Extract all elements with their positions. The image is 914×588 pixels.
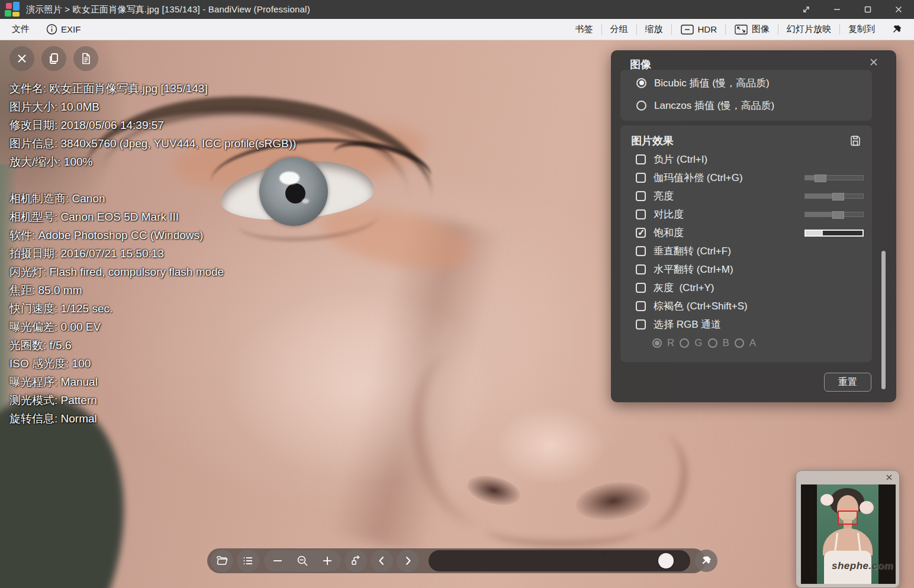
checkbox-saturation[interactable]: ✓ 饱和度	[620, 224, 872, 242]
exif-zoom-level: 放大/缩小: 100%	[9, 153, 296, 171]
menu-bookmark[interactable]: 书签	[567, 19, 601, 40]
pin-menubar-button[interactable]	[883, 19, 910, 40]
pin-toolbar-button[interactable]	[695, 550, 717, 572]
exif-overlay: 文件名: 欧女正面肖像写真.jpg [135/143] 图片大小: 10.0MB…	[9, 46, 296, 428]
checkbox-rgb-channel-label: 选择 RGB 通道	[654, 318, 864, 331]
close-icon	[869, 57, 878, 67]
close-window-button[interactable]	[883, 0, 914, 19]
effects-section: 图片效果 ✓ 负片 (Ctrl+I) ✓ 伽玛值补偿 (Ctrl+G) ✓ 亮度	[620, 125, 872, 362]
checkbox-flip-vertical-label: 垂直翻转 (Ctrl+F)	[654, 244, 864, 258]
menu-copy-to[interactable]: 复制到	[840, 19, 883, 40]
menu-file[interactable]: 文件	[4, 19, 38, 40]
maximize-icon	[863, 5, 873, 14]
checkbox-rgb-channel[interactable]: ✓ 选择 RGB 通道	[620, 315, 872, 334]
menu-copy-to-label: 复制到	[848, 24, 875, 35]
menu-slideshow[interactable]: 幻灯片放映	[778, 19, 839, 40]
checkbox-grayscale[interactable]: ✓ 灰度 (Ctrl+Y)	[620, 279, 872, 297]
panel-close-button[interactable]	[867, 55, 881, 69]
exif-details-button[interactable]	[73, 46, 98, 71]
zoom-tool-button[interactable]	[295, 553, 310, 568]
checkbox-gamma-label: 伽玛值补偿 (Ctrl+G)	[654, 171, 804, 185]
navigator-panel: shephe.com	[796, 470, 900, 588]
rotate-button[interactable]	[345, 550, 367, 572]
zoom-out-button[interactable]	[270, 553, 285, 568]
close-icon	[894, 5, 903, 14]
checkbox-sepia-label: 棕褐色 (Ctrl+Shift+S)	[654, 299, 864, 313]
menu-exif[interactable]: EXIF	[38, 19, 89, 40]
menu-hdr[interactable]: HDR	[672, 19, 726, 40]
reset-button[interactable]: 重置	[824, 373, 871, 392]
checkbox-icon: ✓	[636, 154, 646, 164]
channel-radio-g	[680, 338, 689, 348]
folder-icon	[215, 554, 228, 567]
checkbox-contrast[interactable]: ✓ 对比度	[620, 205, 872, 224]
photo-nose-highlight	[497, 407, 604, 484]
checkbox-sepia[interactable]: ✓ 棕褐色 (Ctrl+Shift+S)	[620, 297, 872, 315]
rgb-channel-selector: R G B A	[620, 334, 872, 352]
menu-zoom[interactable]: 缩放	[637, 19, 671, 40]
app-logo-icon	[5, 2, 20, 17]
checkbox-negative[interactable]: ✓ 负片 (Ctrl+I)	[620, 150, 872, 169]
checkbox-brightness-label: 亮度	[654, 189, 804, 203]
window-title: 演示照片 > 欧女正面肖像写真.jpg [135/143] - BandiVie…	[26, 4, 310, 15]
expand-icon	[802, 5, 811, 14]
menu-group-label: 分组	[610, 24, 628, 35]
next-image-button[interactable]	[397, 550, 419, 572]
save-preset-button[interactable]	[849, 135, 861, 147]
navigator-thumbnail[interactable]: shephe.com	[801, 484, 896, 584]
previous-image-button[interactable]	[371, 550, 393, 572]
checkbox-icon: ✓	[636, 191, 646, 201]
exif-close-button[interactable]	[9, 46, 34, 71]
close-icon	[886, 474, 893, 481]
image-settings-panel: 图像 Bicubic 插值 (慢，高品质) Lanczos 插值 (慢，高品质)…	[611, 50, 896, 402]
navigator-viewport-rect[interactable]	[838, 511, 858, 525]
contrast-slider[interactable]	[804, 212, 864, 217]
fullscreen-button[interactable]	[791, 0, 822, 19]
rotate-icon	[349, 554, 362, 567]
open-folder-button[interactable]	[211, 550, 233, 572]
radio-bicubic[interactable]: Bicubic 插值 (慢，高品质)	[620, 72, 872, 94]
menu-hdr-label: HDR	[698, 24, 717, 34]
panel-scrollbar[interactable]	[881, 251, 886, 389]
plus-icon	[321, 555, 333, 567]
menu-group[interactable]: 分组	[602, 19, 636, 40]
hdr-icon	[680, 24, 694, 35]
exif-shutter-speed: 快门速度: 1/125 sec.	[9, 299, 296, 318]
minimize-icon	[832, 5, 842, 14]
saturation-slider[interactable]	[804, 230, 864, 237]
magnifier-minus-icon	[296, 554, 309, 567]
checkbox-flip-horizontal-label: 水平翻转 (Ctrl+M)	[654, 263, 864, 276]
exif-filename: 文件名: 欧女正面肖像写真.jpg [135/143]	[9, 79, 296, 98]
channel-radio-r	[652, 338, 662, 348]
maximize-button[interactable]	[852, 0, 883, 19]
exif-focal-length: 焦距: 85.0 mm	[9, 281, 296, 299]
exif-modified-date: 修改日期: 2018/05/06 14:39:57	[9, 116, 296, 134]
slider-thumb[interactable]	[658, 553, 674, 568]
checkbox-flip-horizontal[interactable]: ✓ 水平翻转 (Ctrl+M)	[620, 260, 872, 279]
checkbox-icon: ✓	[636, 283, 646, 293]
exif-image-info: 图片信息: 3840x5760 (Jpeg, YUV444, ICC profi…	[9, 134, 296, 153]
exif-copy-button[interactable]	[41, 46, 66, 71]
radio-lanczos[interactable]: Lanczos 插值 (慢，高品质)	[620, 94, 872, 117]
channel-b-label: B	[723, 337, 729, 349]
viewer-toolbar	[207, 548, 706, 573]
channel-a-label: A	[749, 337, 756, 349]
exif-metering-mode: 测光模式: Pattern	[9, 391, 296, 409]
chevron-right-icon	[402, 555, 414, 567]
zoom-in-button[interactable]	[320, 553, 335, 568]
minimize-button[interactable]	[822, 0, 852, 19]
menu-slideshow-label: 幻灯片放映	[787, 24, 831, 35]
checkbox-brightness[interactable]: ✓ 亮度	[620, 187, 872, 205]
file-list-button[interactable]	[237, 550, 259, 572]
radio-lanczos-label: Lanczos 插值 (慢，高品质)	[654, 99, 774, 112]
navigator-close-button[interactable]	[884, 472, 894, 483]
checkbox-flip-vertical[interactable]: ✓ 垂直翻转 (Ctrl+F)	[620, 242, 872, 260]
list-icon	[242, 554, 255, 567]
exif-exposure-bias: 曝光偏差: 0.00 EV	[9, 318, 296, 336]
brightness-slider[interactable]	[804, 193, 864, 199]
info-icon	[46, 24, 57, 35]
gamma-slider[interactable]	[804, 175, 864, 180]
menu-image[interactable]: 图像	[726, 19, 778, 40]
image-position-slider[interactable]	[429, 550, 690, 571]
checkbox-gamma[interactable]: ✓ 伽玛值补偿 (Ctrl+G)	[620, 169, 872, 187]
